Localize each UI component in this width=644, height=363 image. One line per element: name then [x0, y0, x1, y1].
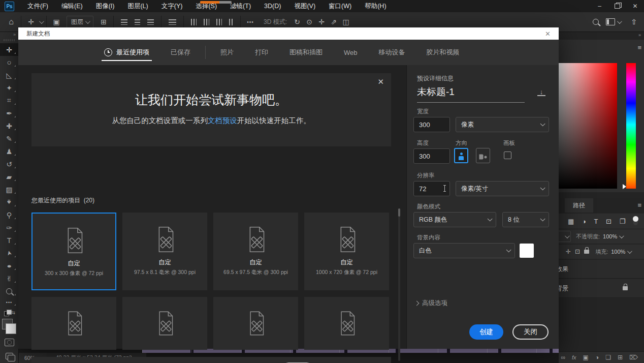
- quick-mask-button[interactable]: [5, 339, 14, 346]
- filter-type-icon[interactable]: T: [594, 218, 598, 225]
- hue-slider-marker[interactable]: [623, 184, 626, 189]
- chevron-down-icon[interactable]: [39, 19, 44, 24]
- dodge-tool[interactable]: ⚲: [0, 208, 18, 221]
- lock-all-icon[interactable]: [584, 250, 589, 254]
- path-selection-tool[interactable]: ➤: [0, 247, 18, 259]
- layer-effects-row[interactable]: 效果: [559, 260, 644, 279]
- recent-card-selected[interactable]: 自定 300 x 300 像素 @ 72 ppi: [31, 213, 116, 290]
- menu-view[interactable]: 视图(V): [287, 0, 322, 12]
- gradient-tool[interactable]: ▨: [0, 183, 18, 196]
- color-mode-dropdown[interactable]: RGB 颜色: [413, 212, 496, 227]
- save-preset-icon[interactable]: ↓: [537, 88, 545, 96]
- recent-card[interactable]: [213, 297, 298, 350]
- lock-position-icon[interactable]: ✛: [566, 248, 571, 255]
- recent-card[interactable]: [122, 297, 207, 350]
- layer-style-icon[interactable]: fx: [572, 354, 576, 360]
- new-group-icon[interactable]: ❏: [605, 354, 611, 361]
- panel-menu-icon[interactable]: ≡: [637, 44, 641, 51]
- adjustment-layer-icon[interactable]: ◑: [595, 354, 599, 361]
- background-color-swatch[interactable]: [520, 244, 534, 258]
- brush-tool[interactable]: ✎: [0, 132, 18, 145]
- distribute-right-icon[interactable]: [216, 19, 222, 25]
- auto-select-icon[interactable]: ▣: [50, 15, 62, 28]
- menu-type[interactable]: 文字(Y): [155, 0, 189, 12]
- screen-mode-button[interactable]: [6, 353, 13, 359]
- width-input[interactable]: [413, 117, 450, 132]
- banner-close-icon[interactable]: ✕: [377, 77, 384, 86]
- collapse-panels-icon[interactable]: »: [638, 33, 641, 38]
- tab-print[interactable]: 打印: [244, 40, 279, 65]
- filter-adjustment-icon[interactable]: ◑: [582, 218, 586, 225]
- blur-tool[interactable]: ♠: [0, 196, 18, 208]
- filter-toggle[interactable]: [633, 217, 638, 225]
- history-brush-tool[interactable]: ↺: [0, 158, 18, 170]
- tab-mobile[interactable]: 移动设备: [368, 40, 416, 65]
- background-color-swatch[interactable]: [6, 323, 16, 334]
- tab-recent[interactable]: 最近使用项: [93, 40, 160, 65]
- distribute-icon[interactable]: [169, 19, 176, 25]
- recent-card[interactable]: 自定 97.5 x 8.1 毫米 @ 300 ppi: [122, 213, 207, 290]
- recent-card[interactable]: 自定 1000 x 720 像素 @ 72 ppi: [304, 213, 389, 290]
- more-tools-button[interactable]: •••: [0, 297, 18, 308]
- delete-layer-icon[interactable]: ⌦: [629, 354, 638, 361]
- landscape-orientation-button[interactable]: [476, 148, 490, 163]
- clone-stamp-tool[interactable]: ♟: [0, 145, 18, 158]
- tab-saved[interactable]: 已保存: [160, 40, 201, 65]
- unit-dropdown[interactable]: 像素: [456, 117, 549, 132]
- dialog-close-icon[interactable]: ✕: [545, 30, 551, 38]
- lasso-tool[interactable]: ◺: [0, 69, 18, 81]
- align-right-icon[interactable]: [147, 19, 154, 25]
- link-layers-icon[interactable]: ∞: [561, 354, 565, 361]
- close-button[interactable]: 关闭: [512, 324, 549, 340]
- healing-brush-tool[interactable]: ✚: [0, 119, 18, 132]
- create-button[interactable]: 创建: [469, 324, 503, 340]
- tab-web[interactable]: Web: [333, 40, 368, 65]
- move-tool-icon[interactable]: ✛: [25, 15, 37, 28]
- align-left-icon[interactable]: [121, 19, 127, 25]
- new-layer-icon[interactable]: ⊞: [618, 354, 623, 361]
- menu-window[interactable]: 窗口(W): [322, 0, 358, 12]
- recent-card[interactable]: [304, 297, 389, 350]
- menu-help[interactable]: 帮助(H): [358, 0, 393, 12]
- saturation-brightness-field[interactable]: [559, 63, 617, 189]
- height-input[interactable]: [413, 148, 450, 164]
- 3d-roll-icon[interactable]: ⊙: [303, 15, 315, 28]
- menu-layer[interactable]: 图层(L): [121, 0, 154, 12]
- recent-card[interactable]: [31, 297, 116, 350]
- distribute-vertical-icon[interactable]: [229, 19, 233, 25]
- background-contents-dropdown[interactable]: 白色: [413, 243, 515, 258]
- resolution-unit-dropdown[interactable]: 像素/英寸: [456, 181, 549, 196]
- zoom-tool[interactable]: [0, 285, 18, 297]
- tab-paths[interactable]: 路径: [565, 198, 593, 213]
- align-center-icon[interactable]: [135, 19, 140, 25]
- eyedropper-tool[interactable]: ✒: [0, 107, 18, 119]
- menu-3d[interactable]: 3D(D): [257, 0, 287, 12]
- tab-art-illustration[interactable]: 图稿和插图: [279, 40, 333, 65]
- close-window-button[interactable]: ✕: [626, 0, 644, 12]
- document-title-field[interactable]: 未标题-1: [417, 85, 525, 103]
- bit-depth-dropdown[interactable]: 8 位: [502, 212, 549, 227]
- quick-selection-tool[interactable]: ✦: [0, 81, 18, 94]
- recent-card[interactable]: 自定 69.5 x 97.5 毫米 @ 300 ppi: [213, 213, 298, 290]
- shape-tool[interactable]: ●: [0, 259, 18, 272]
- toolbar-grip[interactable]: [4, 39, 15, 41]
- filter-smart-object-icon[interactable]: ❐: [620, 218, 626, 225]
- home-icon[interactable]: ⌂: [5, 15, 17, 28]
- fill-value[interactable]: 100%: [611, 249, 631, 255]
- search-icon[interactable]: [593, 19, 599, 25]
- menu-file[interactable]: 文件(F): [21, 0, 55, 12]
- menu-edit[interactable]: 编辑(E): [55, 0, 89, 12]
- marquee-tool[interactable]: ○: [0, 56, 18, 69]
- distribute-center-icon[interactable]: [204, 19, 209, 25]
- color-swatches[interactable]: [2, 319, 17, 334]
- layer-lock-icon[interactable]: [623, 286, 628, 290]
- distribute-left-icon[interactable]: [191, 19, 197, 25]
- crop-tool[interactable]: ⌗: [0, 94, 18, 107]
- filter-pixel-icon[interactable]: ▦: [568, 218, 574, 225]
- type-tool[interactable]: T: [0, 234, 18, 247]
- tab-film-video[interactable]: 胶片和视频: [416, 40, 470, 65]
- layer-mask-icon[interactable]: ▣: [583, 354, 589, 361]
- auto-select-scope-dropdown[interactable]: 图层: [67, 16, 93, 28]
- opacity-value[interactable]: 100%: [603, 233, 623, 239]
- 3d-orbit-icon[interactable]: ↻: [291, 15, 303, 28]
